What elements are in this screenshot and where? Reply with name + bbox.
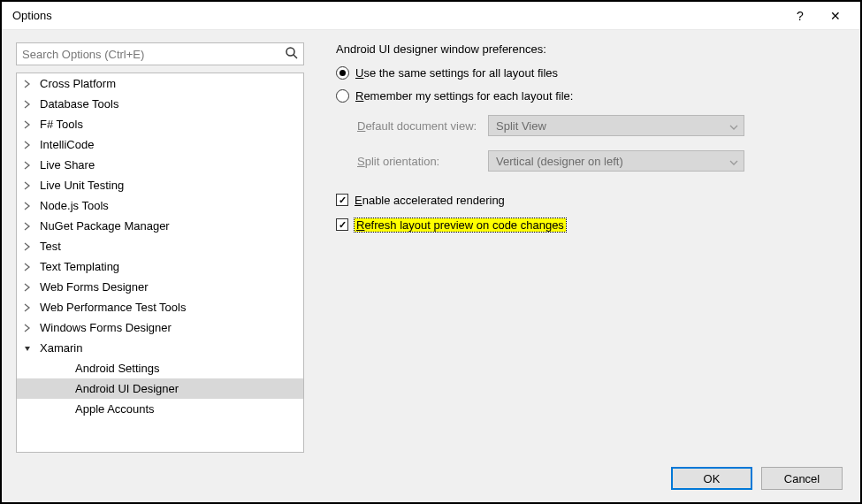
tree-item-label: Cross Platform	[40, 77, 116, 90]
client-area: Cross PlatformDatabase ToolsF# ToolsInte…	[2, 30, 860, 502]
checkbox-label: Refresh layout preview on code changes	[355, 218, 566, 232]
chevron-right-icon[interactable]	[22, 282, 33, 293]
refresh-layout-checkbox[interactable]: Refresh layout preview on code changes	[336, 215, 846, 234]
chevron-right-icon[interactable]	[22, 119, 33, 130]
tree-item-label: Node.js Tools	[40, 199, 109, 212]
tree-item-label: Windows Forms Designer	[40, 321, 172, 334]
tree-item-label: Apple Accounts	[75, 402, 155, 416]
tree-arrow-spacer	[57, 384, 68, 394]
checkbox-icon	[336, 194, 348, 206]
radio-label: Use the same settings for all layout fil…	[355, 66, 558, 80]
help-icon: ?	[797, 9, 804, 23]
tree-item[interactable]: Live Unit Testing	[17, 175, 303, 195]
ok-button[interactable]: OK	[671, 467, 752, 490]
search-wrap	[16, 42, 304, 65]
tree-item[interactable]: Cross Platform	[17, 73, 303, 94]
chevron-right-icon[interactable]	[22, 323, 33, 333]
tree-item[interactable]: Web Forms Designer	[17, 277, 303, 297]
chevron-right-icon[interactable]	[22, 201, 33, 211]
tree-item-label: IntelliCode	[40, 138, 94, 151]
right-panel: Android UI designer window preferences: …	[336, 42, 846, 453]
tree-arrow-spacer	[57, 363, 68, 374]
tree-item-label: Android UI Designer	[75, 382, 179, 395]
svg-point-0	[286, 48, 294, 56]
tree-item-label: Database Tools	[40, 97, 118, 111]
checkbox-icon	[336, 218, 348, 231]
chevron-right-icon[interactable]	[22, 99, 33, 110]
tree-item-label: Text Templating	[40, 260, 119, 273]
checkbox-label: Enable accelerated rendering	[355, 194, 505, 207]
chevron-right-icon[interactable]	[22, 140, 33, 150]
split-orientation-label: Split orientation:	[336, 155, 488, 168]
split-orientation-row: Split orientation: Vertical (designer on…	[336, 148, 846, 174]
chevron-right-icon[interactable]	[22, 79, 33, 89]
tree-item[interactable]: Live Share	[17, 155, 303, 175]
tree-item-label: F# Tools	[40, 118, 83, 131]
tree-item-label: Web Forms Designer	[40, 280, 149, 294]
dialog-footer: OK Cancel	[16, 453, 846, 493]
tree-item[interactable]: Apple Accounts	[17, 399, 303, 419]
tree-item[interactable]: Web Performance Test Tools	[17, 297, 303, 317]
chevron-right-icon[interactable]	[22, 262, 33, 272]
radio-icon	[336, 89, 349, 103]
close-icon: ✕	[830, 9, 841, 23]
tree-item[interactable]: NuGet Package Manager	[17, 216, 303, 236]
tree-item[interactable]: Node.js Tools	[17, 195, 303, 216]
chevron-right-icon[interactable]	[22, 160, 33, 171]
tree-item[interactable]: Test	[17, 236, 303, 256]
dropdown-value: Split View	[496, 119, 546, 133]
window-title: Options	[12, 9, 782, 22]
default-view-row: Default document view: Split View	[336, 112, 846, 139]
pane-heading: Android UI designer window preferences:	[336, 42, 846, 56]
cancel-button[interactable]: Cancel	[761, 467, 843, 490]
options-tree: Cross PlatformDatabase ToolsF# ToolsInte…	[16, 73, 304, 453]
tree-item[interactable]: Text Templating	[17, 256, 303, 277]
radio-icon	[336, 66, 349, 80]
tree-item[interactable]: Android UI Designer	[17, 378, 303, 399]
tree-item[interactable]: IntelliCode	[17, 134, 303, 155]
chevron-right-icon[interactable]	[22, 302, 33, 313]
tree-item-label: Android Settings	[75, 362, 159, 375]
tree-arrow-spacer	[57, 404, 68, 415]
enable-accel-checkbox[interactable]: Enable accelerated rendering	[336, 190, 846, 210]
split-orientation-dropdown[interactable]: Vertical (designer on left)	[488, 150, 744, 172]
chevron-down-icon[interactable]	[22, 343, 33, 354]
tree-item-label: Test	[40, 240, 61, 253]
tree-item[interactable]: F# Tools	[17, 114, 303, 134]
chevron-down-icon	[729, 119, 738, 133]
tree-item-label: NuGet Package Manager	[40, 219, 170, 233]
svg-line-1	[294, 55, 297, 58]
tree-item-label: Live Unit Testing	[40, 179, 124, 192]
radio-remember-settings[interactable]: Remember my settings for each layout fil…	[336, 86, 846, 105]
titlebar: Options ? ✕	[2, 2, 860, 30]
tree-item[interactable]: Android Settings	[17, 358, 303, 378]
left-panel: Cross PlatformDatabase ToolsF# ToolsInte…	[16, 42, 304, 453]
tree-item-label: Live Share	[40, 158, 95, 172]
tree-item-label: Web Performance Test Tools	[40, 301, 186, 314]
default-view-label: Default document view:	[336, 119, 488, 133]
chevron-right-icon[interactable]	[22, 221, 33, 232]
help-button[interactable]: ?	[782, 3, 818, 29]
dropdown-value: Vertical (designer on left)	[496, 155, 623, 168]
search-input[interactable]	[16, 42, 304, 65]
chevron-down-icon	[729, 155, 738, 168]
options-dialog: Options ? ✕ Cross PlatformDatabase Tools…	[0, 0, 862, 504]
default-view-dropdown[interactable]: Split View	[488, 115, 744, 136]
radio-label: Remember my settings for each layout fil…	[355, 89, 573, 103]
tree-item-label: Xamarin	[40, 341, 82, 355]
tree-item[interactable]: Windows Forms Designer	[17, 317, 303, 338]
search-icon[interactable]	[285, 46, 299, 60]
tree-item[interactable]: Xamarin	[17, 338, 303, 358]
radio-same-settings[interactable]: Use the same settings for all layout fil…	[336, 63, 846, 82]
tree-scroll[interactable]: Cross PlatformDatabase ToolsF# ToolsInte…	[17, 73, 303, 452]
chevron-right-icon[interactable]	[22, 180, 33, 191]
tree-item[interactable]: Database Tools	[17, 94, 303, 114]
chevron-right-icon[interactable]	[22, 241, 33, 252]
close-button[interactable]: ✕	[818, 3, 853, 29]
dialog-body: Cross PlatformDatabase ToolsF# ToolsInte…	[16, 42, 846, 453]
